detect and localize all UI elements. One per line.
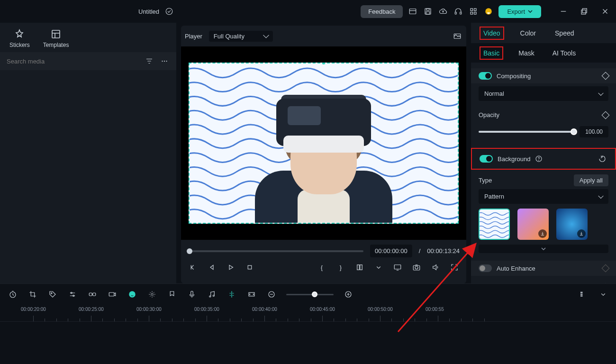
svg-point-39 bbox=[209, 296, 211, 297]
svg-rect-14 bbox=[52, 30, 60, 38]
prev-frame-icon[interactable] bbox=[188, 262, 198, 273]
auto-enhance-toggle[interactable] bbox=[479, 264, 492, 272]
view-mode-icon[interactable] bbox=[578, 289, 589, 300]
display-icon[interactable] bbox=[392, 262, 403, 273]
tab-color[interactable]: Color bbox=[517, 27, 539, 39]
svg-rect-3 bbox=[426, 9, 429, 10]
search-input[interactable] bbox=[7, 58, 139, 65]
auto-enhance-keyframe[interactable] bbox=[602, 264, 610, 273]
quality-select[interactable]: Full Quality bbox=[209, 31, 273, 42]
headphones-icon[interactable] bbox=[453, 6, 463, 17]
brace-close-icon[interactable]: } bbox=[335, 262, 346, 273]
play-icon[interactable] bbox=[226, 262, 236, 273]
close-icon[interactable] bbox=[600, 6, 610, 17]
player-label: Player bbox=[185, 33, 202, 40]
save-icon[interactable] bbox=[423, 6, 433, 17]
subtab-basic[interactable]: Basic bbox=[480, 46, 503, 60]
download-icon[interactable] bbox=[577, 229, 586, 238]
subtab-ai[interactable]: AI Tools bbox=[550, 47, 579, 59]
tab-speed[interactable]: Speed bbox=[552, 27, 577, 39]
compositing-toggle[interactable] bbox=[479, 72, 492, 80]
camera-icon[interactable] bbox=[411, 262, 422, 273]
background-toggle[interactable] bbox=[480, 155, 493, 163]
opacity-slider[interactable] bbox=[479, 131, 574, 133]
center-panel: Player Full Quality bbox=[176, 23, 471, 283]
tab-templates[interactable]: Templates bbox=[43, 28, 69, 48]
svg-rect-7 bbox=[471, 9, 473, 11]
adjust-icon[interactable] bbox=[67, 289, 78, 300]
opacity-value[interactable]: 100.00 bbox=[580, 126, 608, 137]
fullscreen-icon[interactable] bbox=[449, 262, 460, 273]
svg-point-36 bbox=[133, 293, 134, 294]
feedback-button[interactable]: Feedback bbox=[361, 5, 403, 18]
more-icon[interactable] bbox=[159, 56, 170, 66]
tab-stickers[interactable]: Stickers bbox=[9, 28, 30, 48]
svg-rect-10 bbox=[474, 12, 477, 15]
marker-icon[interactable] bbox=[167, 289, 177, 300]
time-sep: / bbox=[419, 247, 421, 255]
opacity-keyframe[interactable] bbox=[602, 111, 610, 119]
chevron-down-icon[interactable] bbox=[373, 262, 384, 273]
svg-rect-31 bbox=[89, 293, 92, 296]
zoom-out-icon[interactable] bbox=[266, 289, 277, 300]
auto-enhance-label: Auto Enhance bbox=[497, 265, 535, 272]
progress-slider[interactable] bbox=[188, 250, 363, 252]
amount-keyframe bbox=[602, 283, 610, 283]
svg-rect-5 bbox=[455, 12, 457, 15]
timeline-ruler[interactable]: 00:00:20:0000:00:25:0000:00:30:0000:00:3… bbox=[0, 305, 616, 322]
volume-icon[interactable] bbox=[430, 262, 441, 273]
pattern-thumb-blue[interactable] bbox=[556, 209, 588, 240]
svg-point-26 bbox=[539, 160, 539, 161]
preview-canvas[interactable] bbox=[189, 63, 459, 224]
svg-rect-9 bbox=[471, 12, 473, 15]
split-icon[interactable] bbox=[226, 289, 237, 300]
svg-point-34 bbox=[129, 291, 136, 298]
chevron-down-icon[interactable] bbox=[598, 289, 608, 300]
background-label: Background bbox=[498, 155, 530, 163]
download-icon[interactable] bbox=[538, 229, 547, 238]
pattern-thumb-gradient[interactable] bbox=[517, 209, 549, 240]
apply-all-button[interactable]: Apply all bbox=[574, 174, 608, 186]
tag-icon[interactable] bbox=[47, 289, 58, 300]
project-title: Untitled bbox=[138, 8, 159, 15]
record-icon[interactable] bbox=[107, 289, 118, 300]
step-back-icon[interactable] bbox=[207, 262, 217, 273]
brace-open-icon[interactable]: { bbox=[317, 262, 327, 273]
bg-type-select[interactable]: Pattern bbox=[479, 189, 608, 204]
svg-rect-13 bbox=[581, 10, 586, 14]
fit-icon[interactable] bbox=[246, 289, 257, 300]
music-icon[interactable] bbox=[207, 289, 217, 300]
blend-mode-select[interactable]: Normal bbox=[479, 86, 608, 101]
reset-icon[interactable] bbox=[597, 154, 607, 164]
minimize-icon[interactable] bbox=[558, 6, 569, 17]
export-button[interactable]: Export bbox=[498, 5, 541, 18]
ai-icon[interactable] bbox=[127, 289, 137, 300]
mic-icon[interactable] bbox=[187, 289, 197, 300]
expand-patterns[interactable] bbox=[479, 245, 608, 253]
svg-rect-32 bbox=[93, 293, 96, 296]
stop-icon[interactable] bbox=[245, 262, 255, 273]
snapshot-icon[interactable] bbox=[452, 31, 462, 41]
svg-rect-22 bbox=[394, 265, 401, 269]
link-icon[interactable] bbox=[87, 289, 98, 300]
apps-icon[interactable] bbox=[468, 6, 479, 17]
cloud-icon[interactable] bbox=[438, 6, 448, 17]
zoom-in-icon[interactable] bbox=[343, 289, 353, 300]
pattern-thumb-waves[interactable] bbox=[479, 209, 510, 240]
timer-icon[interactable] bbox=[8, 289, 18, 300]
svg-point-37 bbox=[151, 293, 154, 296]
filter-icon[interactable] bbox=[144, 56, 154, 66]
layout-icon[interactable] bbox=[408, 6, 418, 17]
tab-video[interactable]: Video bbox=[480, 27, 504, 40]
type-label: Type bbox=[479, 177, 492, 184]
svg-point-35 bbox=[131, 293, 132, 294]
ratio-icon[interactable] bbox=[354, 262, 365, 273]
crop-icon[interactable] bbox=[27, 289, 38, 300]
avatar-icon[interactable] bbox=[483, 6, 494, 17]
compositing-keyframe[interactable] bbox=[602, 72, 610, 80]
subtab-mask[interactable]: Mask bbox=[516, 47, 537, 59]
maximize-icon[interactable] bbox=[579, 6, 589, 17]
zoom-slider[interactable] bbox=[286, 294, 334, 295]
help-icon[interactable] bbox=[535, 155, 543, 163]
effects-icon[interactable] bbox=[147, 289, 157, 300]
